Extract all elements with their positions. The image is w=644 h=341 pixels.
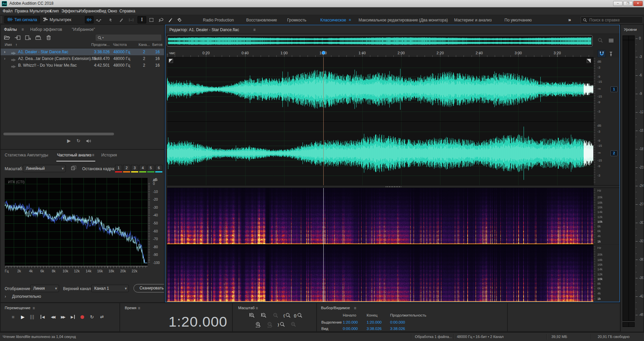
zoom-out-amplitude-button[interactable] [259,312,269,319]
workspace-tab-mastering[interactable]: Мастеринг и анализ [454,18,492,22]
ibeam-tool-button[interactable]: I [138,16,146,23]
menu-edit[interactable]: Правка [15,7,29,15]
amplitude-ruler-1[interactable]: 1 dB-3-9-15-∞-15-9-3 [593,57,619,121]
workspace-tab-default[interactable]: По умолчанию [504,18,532,22]
tab-history[interactable]: История [101,153,117,157]
timeline-ruler[interactable]: чмс 0:200:401:001:201:402:002:202:403:00… [167,50,593,57]
workspace-tab-max-editing[interactable]: Максимальное редактирование (Два монитор… [359,18,448,22]
multitrack-editor-button[interactable]: Мультитрек [40,16,74,23]
file-row[interactable]: › A2. Dea...tar Dance (Castro's Extensio… [1,55,164,62]
slip-tool-button[interactable] [117,16,125,23]
show-spectrum-button[interactable] [94,16,103,23]
edit-corner-left-icon[interactable] [169,59,173,63]
scan-button[interactable]: Сканировать [133,284,164,292]
files-panel-menu-icon[interactable]: ≡ [21,27,24,32]
zoom-in-time-button[interactable] [253,321,264,328]
overview-navigator[interactable] [167,35,593,47]
stats-panel-menu-icon[interactable]: ≡ [92,153,94,157]
play-button[interactable]: ▶ [18,314,27,320]
freeze-button-4[interactable]: 4 [139,165,146,171]
menu-help[interactable]: Справка [119,7,135,15]
transport-panel-menu-icon[interactable]: ≡ [33,306,35,311]
top-channel-select[interactable]: Канал 1▾ [91,285,129,292]
open-folder-button[interactable] [3,34,11,41]
file-row[interactable]: B. Whizz!! - Do You Hear Me.flac 4:42.50… [1,62,164,69]
files-search-box[interactable]: ▾ [96,35,161,41]
stop-button[interactable]: ■ [9,314,17,320]
current-time-display[interactable]: 1:20.000 [144,313,227,330]
zoom-out-full-button[interactable] [270,312,281,319]
edit-corner-right-icon[interactable] [587,59,591,63]
tab-frequency-analysis[interactable]: Частотный анализ [57,153,91,157]
waveform-editor-button[interactable]: Тип сигнала [4,16,40,23]
menu-clip[interactable]: Клип [50,7,59,15]
column-header-samplerate[interactable]: Частота [113,43,127,48]
selection-start-value[interactable]: 1:20.000 [343,320,358,324]
horizontal-scrollbar[interactable] [3,133,114,135]
tab-amplitude-statistics[interactable]: Статистика Амплитуды [5,153,48,157]
menu-file[interactable]: Файл [3,7,13,15]
show-waveform-button[interactable] [85,16,94,23]
waveform-spectral-splitter[interactable] [167,185,620,188]
column-header-bitdepth[interactable]: Битов [152,43,162,48]
menu-favorites[interactable]: Избранное [79,7,99,15]
display-select[interactable]: Линия▾ [30,285,59,292]
waveform-channel-2[interactable] [167,121,593,185]
waveform-channel-1[interactable] [167,57,593,121]
new-file-button[interactable] [23,34,32,41]
workspace-tab-radio-production[interactable]: Radio Production [203,18,234,22]
amplitude-ruler-2[interactable]: 2 dB-3-9-15-∞-15-9-3 [593,121,619,185]
selection-duration-value[interactable]: 0:00.000 [390,320,405,324]
preview-loop-button[interactable]: ↻ [76,138,80,143]
pause-button[interactable]: ▌▌ [28,314,37,320]
zoom-out-time-button[interactable] [265,321,275,328]
selection-end-value[interactable]: 1:20.000 [367,320,382,324]
workspace-menu-icon[interactable]: ≡ [349,18,351,22]
preview-volume-button[interactable] [86,139,91,145]
lasso-selection-tool-button[interactable] [156,16,165,23]
freeze-button-3[interactable]: 3 [131,165,138,171]
move-tool-button[interactable] [107,16,115,23]
loop-playback-button[interactable]: ↻ [88,314,96,320]
record-button[interactable] [80,315,84,319]
spectrogram-channel-2[interactable] [167,245,593,302]
workspace-tab-classic[interactable]: Классическое [320,18,346,22]
media-browser-button[interactable] [34,34,43,41]
marquee-selection-tool-button[interactable] [147,16,156,23]
zoom-to-selection-out-point-button[interactable]: } [276,321,287,328]
level-meter[interactable] [623,36,635,321]
tab-effects-rack[interactable]: Набор эффектов [30,27,62,32]
close-button[interactable]: ✕ [633,1,643,6]
advanced-expander[interactable]: Дополнительно [12,294,41,299]
frequency-ruler-2[interactable]: Hz20k18k16k14k12k10k8k6k4k1k [593,245,619,302]
menu-effects[interactable]: Эффекты [61,7,80,15]
preview-play-button[interactable]: ▶ [67,138,71,143]
column-header-name[interactable]: Имя [5,43,12,48]
fast-forward-button[interactable]: ▶▶ [58,314,67,320]
snap-toggle-button[interactable] [597,50,606,57]
channel-2-badge[interactable]: 2 [610,150,618,156]
freeze-button-1[interactable]: 1 [115,165,122,171]
go-to-end-button[interactable]: ▶ [68,314,77,320]
toolbar-overflow-button[interactable]: » [568,17,571,22]
frequency-graph[interactable] [5,178,148,266]
menu-view[interactable]: Вид [99,7,106,15]
help-search-input[interactable] [589,17,639,23]
frequency-ruler-1[interactable]: Hz20k18k16k14k12k10k8k6k4k1k [593,188,619,244]
freeze-button-6[interactable]: 6 [155,165,162,171]
spectrogram-channel-1[interactable] [167,188,593,244]
zoom-to-selection-in-point-button[interactable]: { [282,312,293,319]
minimize-button[interactable]: – [613,1,623,6]
time-panel-menu-icon[interactable]: ≡ [138,306,140,311]
view-start-value[interactable]: 0:00.000 [343,327,358,331]
copy-graph-button[interactable] [71,165,77,172]
rewind-button[interactable]: ◀◀ [48,314,57,320]
column-header-channels[interactable]: Кана... [139,43,150,48]
freeze-button-5[interactable]: 5 [147,165,154,171]
column-header-duration[interactable]: Продолж... [91,43,110,48]
time-selection-tool-button[interactable]: |↔| [127,16,136,23]
maximize-button[interactable]: ❐ [623,1,633,6]
import-file-button[interactable] [13,34,22,41]
zoom-in-amplitude-button[interactable] [247,312,258,319]
file-row[interactable]: › A1. Dealer - Star Dance.flac 3:38.026 … [1,49,164,55]
